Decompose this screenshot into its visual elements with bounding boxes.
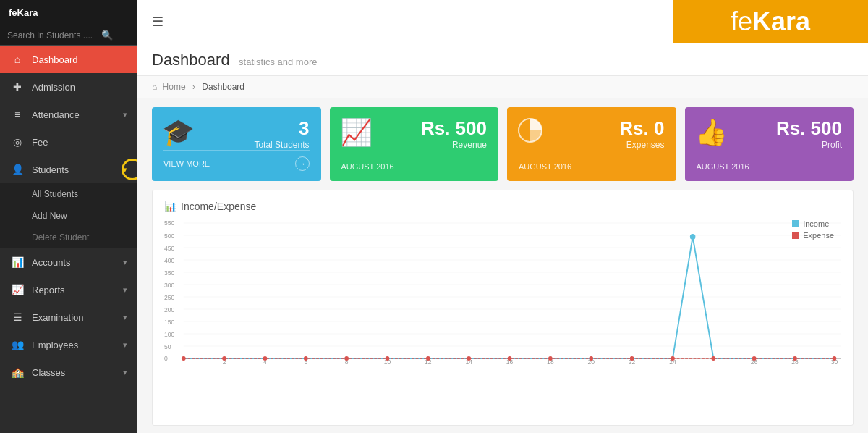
expense-legend-dot [792, 232, 799, 239]
sidebar-item-accounts[interactable]: 📊 Accounts ▾ [0, 248, 137, 276]
sidebar-item-examination[interactable]: ☰ Examination ▾ [0, 303, 137, 331]
profit-label: Profit [697, 140, 843, 150]
sidebar: feKara 🔍 ⌂ Dashboard ✚ Admission ≡ Atten… [0, 0, 137, 433]
svg-text:350: 350 [164, 269, 174, 277]
svg-text:200: 200 [164, 306, 174, 314]
revenue-label: Revenue [341, 140, 488, 150]
hamburger-menu-button[interactable]: ☰ [152, 14, 163, 30]
chevron-down-icon: ▾ [123, 258, 127, 267]
logo-fe: fe [731, 7, 752, 36]
svg-text:100: 100 [164, 331, 174, 338]
expenses-label: Expenses [519, 140, 665, 150]
sidebar-item-fee[interactable]: ◎ Fee [0, 128, 137, 156]
sidebar-item-classes[interactable]: 🏫 Classes ▾ [0, 358, 137, 386]
sidebar-header: feKara [0, 0, 137, 25]
legend-income: Income [792, 219, 834, 228]
logo: feKara [731, 7, 810, 37]
accounts-icon: 📊 [10, 256, 25, 268]
breadcrumb: ⌂ Home › Dashboard [137, 76, 868, 98]
expenses-period: AUGUST 2016 [519, 162, 571, 171]
bar-chart-icon: 📊 [164, 201, 176, 212]
breadcrumb-home[interactable]: Home [163, 82, 186, 92]
search-icon[interactable]: 🔍 [101, 30, 113, 41]
sidebar-item-label: Accounts [32, 257, 70, 268]
students-footer: VIEW MORE → [163, 150, 310, 171]
main-content: ☰ feKara Dashboard statistics and more ⌂… [137, 0, 868, 433]
breadcrumb-separator: › [192, 82, 195, 92]
svg-text:400: 400 [164, 257, 174, 264]
reports-icon: 📈 [10, 284, 25, 295]
income-legend-dot [792, 220, 799, 227]
students-submenu: All Students Add New Delete Student [0, 183, 137, 248]
view-more-label: VIEW MORE [163, 159, 210, 168]
page-subtitle: statistics and more [239, 56, 317, 67]
logo-kara: Kara [752, 7, 810, 36]
students-icon: 👤 [10, 164, 25, 175]
chart-legend: Income Expense [792, 219, 834, 243]
home-icon: ⌂ [152, 82, 157, 92]
svg-text:250: 250 [164, 294, 174, 301]
income-expense-chart: 550 500 450 400 350 300 250 200 150 100 … [164, 219, 841, 364]
admission-icon: ✚ [10, 81, 25, 93]
expenses-footer: AUGUST 2016 [519, 156, 665, 171]
stat-card-expenses[interactable]: Rs. 0 Expenses AUGUST 2016 [507, 107, 676, 181]
profit-period: AUGUST 2016 [697, 162, 749, 171]
fee-icon: ◎ [10, 136, 25, 148]
svg-text:450: 450 [164, 245, 174, 252]
sidebar-item-label: Employees [32, 340, 78, 350]
sidebar-item-label: Dashboard [32, 54, 78, 65]
sidebar-item-employees[interactable]: 👥 Employees ▾ [0, 331, 137, 358]
chevron-down-icon: ▾ [123, 165, 127, 175]
sidebar-logo: feKara [9, 7, 38, 18]
top-header: ☰ feKara [137, 0, 868, 43]
chevron-down-icon: ▾ [123, 285, 127, 295]
sidebar-item-label: Classes [32, 367, 65, 378]
income-legend-label: Income [803, 219, 829, 228]
add-new-item[interactable]: Add New [0, 205, 137, 227]
stats-row: 🎓 3 Total Students VIEW MORE → 📈 Rs. 500… [137, 98, 868, 190]
chart-title: 📊 Income/Expense [164, 201, 841, 212]
svg-text:0: 0 [164, 355, 168, 362]
delete-student-item[interactable]: Delete Student [0, 227, 137, 248]
stat-card-revenue[interactable]: 📈 Rs. 500 Revenue AUGUST 2016 [330, 107, 499, 181]
classes-icon: 🏫 [10, 366, 25, 378]
examination-icon: ☰ [10, 311, 25, 323]
expense-legend-label: Expense [803, 231, 834, 240]
sidebar-item-label: Admission [32, 82, 75, 93]
svg-text:550: 550 [164, 219, 174, 227]
sidebar-item-students[interactable]: 👤 Students ▾ [0, 156, 137, 183]
students-label: Total Students [163, 140, 310, 150]
svg-text:300: 300 [164, 282, 174, 289]
revenue-footer: AUGUST 2016 [341, 156, 488, 171]
arrow-circle-icon: → [295, 156, 310, 171]
sidebar-search-container: 🔍 [0, 25, 137, 46]
sidebar-item-admission[interactable]: ✚ Admission [0, 73, 137, 101]
sidebar-item-attendance[interactable]: ≡ Attendance ▾ [0, 101, 137, 128]
sidebar-item-reports[interactable]: 📈 Reports ▾ [0, 276, 137, 303]
svg-text:150: 150 [164, 319, 174, 326]
chart-area: 📊 Income/Expense Income Expense 550 500 … [152, 190, 854, 426]
revenue-period: AUGUST 2016 [341, 162, 394, 171]
stat-card-students[interactable]: 🎓 3 Total Students VIEW MORE → [152, 107, 321, 181]
attendance-icon: ≡ [10, 109, 25, 120]
chevron-down-icon: ▾ [123, 368, 127, 377]
profit-footer: AUGUST 2016 [697, 156, 843, 171]
all-students-item[interactable]: All Students [0, 183, 137, 205]
employees-icon: 👥 [10, 339, 25, 350]
sidebar-item-label: Examination [32, 312, 84, 323]
legend-expense: Expense [792, 231, 834, 240]
sidebar-item-label: Reports [32, 285, 65, 295]
svg-text:500: 500 [164, 232, 174, 240]
sidebar-item-label: Fee [32, 137, 48, 148]
sidebar-item-label: Students [32, 164, 69, 175]
logo-area: feKara [673, 0, 868, 43]
svg-text:50: 50 [164, 343, 171, 350]
stat-card-profit[interactable]: 👍 Rs. 500 Profit AUGUST 2016 [685, 107, 854, 181]
sidebar-item-dashboard[interactable]: ⌂ Dashboard [0, 46, 137, 73]
dashboard-icon: ⌂ [10, 54, 25, 65]
search-input[interactable] [7, 30, 101, 41]
breadcrumb-current: Dashboard [202, 82, 244, 92]
chevron-down-icon: ▾ [123, 340, 127, 350]
chevron-down-icon: ▾ [123, 110, 127, 119]
page-title: Dashboard [152, 51, 230, 69]
